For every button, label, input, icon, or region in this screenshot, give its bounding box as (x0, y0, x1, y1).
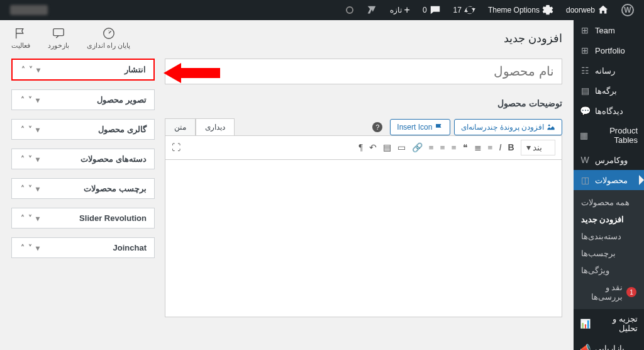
metabox-up-icon[interactable]: ˄ (19, 244, 26, 252)
ltr-button[interactable]: ¶‎ (359, 143, 363, 153)
user-account[interactable] (5, 0, 53, 20)
tab-text[interactable]: متن (165, 118, 196, 135)
metabox-header[interactable]: گالری محصول ˄ ˅ ▾ (12, 120, 154, 139)
metabox-up-icon[interactable]: ˄ (19, 96, 26, 104)
updates-link[interactable]: 17 (448, 0, 480, 20)
activity-action[interactable]: فعالیت (11, 26, 30, 50)
fullscreen-button[interactable]: ⛶ (172, 143, 180, 153)
metabox-up-icon[interactable]: ˄ (19, 214, 26, 223)
metabox-toggle-icon[interactable]: ▾ (35, 125, 41, 134)
submenu-item[interactable]: دسته‌بندی‌ها (574, 228, 644, 245)
paragraph-select[interactable]: بند ▾ (521, 140, 556, 155)
metabox-header[interactable]: Joinchat ˄ ˅ ▾ (12, 238, 154, 257)
svg-marker-3 (164, 63, 220, 83)
svg-rect-0 (53, 29, 64, 36)
feedback-action[interactable]: بازخورد (48, 26, 69, 50)
yoast-link[interactable] (361, 0, 382, 20)
menu-icon: ☷ (580, 65, 590, 76)
metabox-toggle-icon[interactable]: ▾ (35, 96, 41, 104)
submenu-item[interactable]: افزودن جدید (574, 211, 644, 228)
metabox-toggle-icon[interactable]: ▾ (35, 214, 41, 223)
ul-button[interactable]: ≡ (488, 143, 493, 153)
wp-logo[interactable]: W (616, 0, 639, 20)
more-button[interactable]: ▭ (397, 142, 406, 153)
site-home-link[interactable]: doorweb (561, 0, 614, 20)
comment-icon (430, 4, 441, 16)
menu-item[interactable]: رسانه☷ (574, 60, 644, 81)
align-center-button[interactable]: ≡ (440, 143, 445, 153)
add-media-button[interactable]: افزودن پروندهٔ چندرسانه‌ای (454, 119, 562, 135)
menu-item[interactable]: دیدگاه‌ها💬 (574, 101, 644, 121)
italic-button[interactable]: I (499, 142, 501, 153)
yoast-icon (366, 4, 377, 16)
metabox-down-icon[interactable]: ˅ (28, 65, 34, 74)
metabox-title: انتشار (125, 65, 146, 74)
tab-visual[interactable]: دیداری (196, 118, 235, 135)
menu-item[interactable]: تجزیه و تحلیل📊 (574, 309, 644, 338)
metabox-toggle-icon[interactable]: ▾ (35, 244, 41, 252)
metabox-down-icon[interactable]: ˅ (27, 155, 33, 164)
metabox-header[interactable]: تصویر محصول ˄ ˅ ▾ (12, 90, 154, 110)
metabox-down-icon[interactable]: ˅ (27, 125, 33, 134)
menu-products[interactable]: محصولات ◫ (574, 170, 644, 190)
align-right-button[interactable]: ≡ (452, 143, 457, 153)
menu-item[interactable]: برگه‌ها▤ (574, 81, 644, 101)
metabox-down-icon[interactable]: ˅ (27, 244, 33, 252)
menu-icon: ▦ (580, 130, 588, 140)
metabox-header[interactable]: Slider Revolution ˄ ˅ ▾ (12, 208, 154, 228)
metabox-up-icon[interactable]: ˄ (19, 184, 26, 193)
metabox-title: گالری محصول (98, 125, 147, 134)
menu-item[interactable]: Portfolio⊞ (574, 40, 644, 60)
home-icon (597, 4, 609, 16)
menu-item[interactable]: بازاریابی📣 (574, 338, 644, 350)
metabox-up-icon[interactable]: ˄ (20, 65, 26, 74)
help-icon[interactable]: ? (372, 122, 382, 132)
metabox-down-icon[interactable]: ˅ (27, 214, 33, 223)
editor-canvas[interactable] (165, 160, 562, 317)
menu-icon: W (580, 155, 590, 165)
metabox: گالری محصول ˄ ˅ ▾ (11, 119, 155, 140)
submenu-item[interactable]: 1نقد و بررسی‌ها (574, 279, 644, 305)
menu-item[interactable]: Team⊞ (574, 20, 644, 40)
flag-small-icon (435, 123, 443, 132)
metabox-toggle-icon[interactable]: ▾ (35, 184, 41, 193)
theme-options-link[interactable]: Theme Options (483, 0, 558, 20)
bold-button[interactable]: B (508, 142, 514, 153)
metabox: تصویر محصول ˄ ˅ ▾ (11, 89, 155, 110)
comments-link[interactable]: 0 (418, 0, 446, 20)
metabox-up-icon[interactable]: ˄ (19, 155, 26, 164)
readmore-button[interactable]: ▤ (383, 142, 391, 153)
link-button[interactable]: 🔗 (412, 142, 423, 153)
submenu-item[interactable]: برچسب‌ها (574, 245, 644, 262)
menu-icon: 📣 (580, 343, 590, 350)
metabox: انتشار ˄ ˅ ▾ (11, 59, 155, 81)
metabox-down-icon[interactable]: ˅ (27, 96, 33, 104)
metabox-up-icon[interactable]: ˄ (19, 125, 26, 134)
circle-indicator[interactable] (341, 0, 358, 20)
flag-icon (14, 26, 28, 40)
insert-icon-button[interactable]: Insert Icon (390, 119, 450, 135)
align-left-button[interactable]: ≡ (429, 143, 434, 153)
finish-setup-action[interactable]: پایان راه اندازی (87, 26, 130, 50)
metabox-header[interactable]: انتشار ˄ ˅ ▾ (13, 60, 153, 79)
new-content-link[interactable]: + تازه (385, 0, 415, 20)
submenu-item[interactable]: ویژگی‌ها (574, 262, 644, 279)
metabox-header[interactable]: دسته‌های محصولات ˄ ˅ ▾ (12, 149, 154, 169)
metabox-down-icon[interactable]: ˅ (27, 184, 33, 193)
ol-button[interactable]: ≣ (474, 142, 482, 153)
undo-button[interactable]: ↶ (369, 142, 377, 153)
metabox-toggle-icon[interactable]: ▾ (35, 155, 41, 164)
menu-item[interactable]: ووکامرسW (574, 150, 644, 170)
metabox-toggle-icon[interactable]: ▾ (35, 65, 42, 74)
product-title-input[interactable] (165, 59, 562, 84)
menu-icon: ▤ (580, 86, 590, 96)
menu-item[interactable]: Product Tables▦ (574, 121, 644, 150)
metabox-title: Joinchat (113, 243, 147, 252)
plus-icon: + (404, 4, 410, 16)
metabox-header[interactable]: برچسب محصولات ˄ ˅ ▾ (12, 179, 154, 198)
media-icon (547, 123, 555, 132)
editor-section-title: توضیحات محصول (165, 98, 562, 108)
quote-button[interactable]: ❝ (463, 142, 468, 153)
metabox: دسته‌های محصولات ˄ ˅ ▾ (11, 149, 155, 169)
submenu-item[interactable]: همه محصولات (574, 194, 644, 211)
